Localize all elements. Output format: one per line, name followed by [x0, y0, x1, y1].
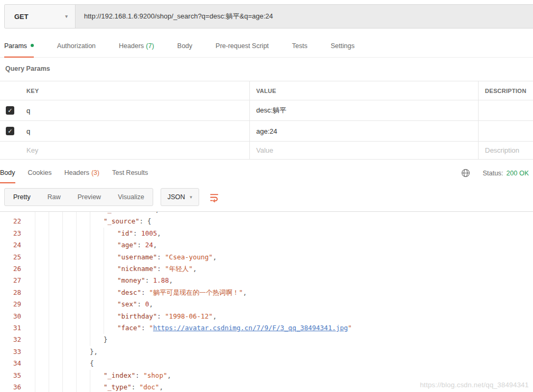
indent-guide: [76, 263, 90, 275]
view-mode-raw[interactable]: Raw: [39, 189, 69, 206]
line-number: 28: [0, 287, 21, 298]
code-line: 30"birthday": "1998-06-12",: [0, 311, 533, 322]
line-number: 31: [0, 322, 21, 334]
json-token: },: [90, 348, 98, 356]
json-token: 1005: [141, 229, 157, 237]
key-input[interactable]: Key: [20, 142, 249, 159]
param-rows: ✓qdesc:躺平✓qage:24: [0, 100, 533, 142]
request-tab-tests[interactable]: Tests: [292, 42, 307, 57]
wrap-text-icon[interactable]: [209, 192, 220, 203]
param-description-cell[interactable]: [478, 100, 533, 120]
indent-guide: [62, 216, 76, 227]
column-header-description: DESCRIPTION: [478, 81, 533, 100]
view-mode-preview[interactable]: Preview: [69, 189, 109, 206]
indent-guide: [35, 334, 49, 346]
json-token: :: [141, 324, 149, 332]
indent-guide: [90, 370, 104, 381]
json-token: "_score": [104, 211, 135, 213]
line-number: 30: [0, 311, 21, 322]
line-content: "birthday": "1998-06-12",: [21, 311, 217, 322]
request-tab-authorization[interactable]: Authorization: [57, 42, 96, 57]
request-tab-body[interactable]: Body: [177, 42, 193, 57]
json-token: ,: [159, 383, 163, 391]
code-line: 29"sex": 0,: [0, 298, 533, 310]
json-token: ,: [167, 371, 171, 379]
indent-guide: [35, 228, 49, 239]
indent-guide: [62, 275, 76, 286]
param-value-cell[interactable]: desc:躺平: [249, 100, 478, 120]
description-input[interactable]: Description: [478, 142, 533, 159]
code-line: 22"_source": {: [0, 216, 533, 227]
indent-guide: [49, 311, 62, 322]
view-mode-pretty[interactable]: Pretty: [5, 189, 39, 206]
code-line: 31"face": "https://avatar.csdnimg.cn/7/9…: [0, 322, 533, 334]
value-input[interactable]: Value: [249, 142, 478, 159]
param-checkbox-cell: ✓: [0, 121, 20, 141]
json-token: ,: [169, 276, 173, 284]
code-line: 28"desc": "躺平可是现在的一个热词啊！",: [0, 287, 533, 298]
json-token: "_type": [104, 383, 132, 391]
indent-guide: [35, 358, 49, 369]
indent-guide: [104, 298, 117, 310]
watermark: https://blog.csdn.net/qq_38494341: [420, 381, 529, 389]
response-tab-cookies[interactable]: Cookies: [28, 169, 52, 183]
url-input[interactable]: http://192.168.1.6:9200/shop/_search?q=d…: [76, 5, 533, 28]
indent-guide: [35, 216, 49, 227]
param-checkbox[interactable]: ✓: [6, 127, 14, 135]
line-content: "id": 1005,: [21, 228, 161, 239]
indent-guide: [76, 358, 90, 369]
json-token: 24: [145, 241, 153, 249]
tab-label: Settings: [331, 42, 354, 50]
json-token: ,: [243, 288, 247, 296]
indent-guide: [90, 298, 104, 310]
param-description-cell[interactable]: [478, 121, 533, 141]
code-line: 33},: [0, 346, 533, 358]
url-bar: GET ▾ http://192.168.1.6:9200/shop/_sear…: [4, 4, 533, 29]
indent-guide: [76, 346, 90, 358]
indent-guide: [49, 298, 62, 310]
table-row: ✓qage:24: [0, 121, 533, 142]
param-value-cell[interactable]: age:24: [249, 121, 478, 141]
json-token: :: [157, 265, 165, 273]
request-tabs: ParamsAuthorizationHeaders(7)BodyPre-req…: [4, 42, 533, 57]
param-checkbox[interactable]: ✓: [6, 106, 14, 115]
line-content: "_type": "doc",: [21, 381, 163, 392]
line-content: {: [21, 358, 94, 369]
response-tab-headers[interactable]: Headers(3): [64, 169, 100, 183]
json-token: :: [135, 211, 143, 213]
json-token: "age": [117, 241, 137, 249]
json-token: "username": [117, 253, 157, 261]
indent-guide: [90, 228, 104, 239]
request-tab-params[interactable]: Params: [4, 42, 34, 57]
line-content: "_index": "shop",: [21, 370, 171, 381]
json-token: 1.0: [143, 211, 155, 213]
indent-guide: [76, 211, 90, 216]
view-mode-visualize[interactable]: Visualize: [109, 189, 153, 206]
param-key-cell[interactable]: q: [20, 121, 249, 141]
line-content: "age": 24,: [21, 239, 157, 251]
param-key-cell[interactable]: q: [20, 100, 249, 120]
response-tab-body[interactable]: Body: [0, 169, 15, 183]
tab-label: Body: [0, 169, 15, 176]
request-tab-pre-request-script[interactable]: Pre-request Script: [216, 42, 269, 57]
json-token: "_source": [104, 217, 139, 225]
status-label: Status:: [483, 170, 503, 177]
method-select[interactable]: GET ▾: [5, 5, 76, 28]
line-number: 29: [0, 298, 21, 310]
indent-guide: [49, 239, 62, 251]
status-badge: 200 OK: [507, 170, 529, 177]
format-select[interactable]: JSON ▾: [161, 188, 199, 206]
request-tab-settings[interactable]: Settings: [331, 42, 354, 57]
line-content: "desc": "躺平可是现在的一个热词啊！",: [21, 287, 247, 298]
indent-guide: [76, 311, 90, 322]
request-tab-headers[interactable]: Headers(7): [119, 42, 154, 57]
indent-guide: [76, 334, 90, 346]
response-tab-test-results[interactable]: Test Results: [112, 169, 148, 183]
line-content: "sex": 0,: [21, 298, 153, 310]
line-number: 27: [0, 275, 21, 286]
chevron-down-icon: ▾: [190, 194, 192, 200]
globe-icon[interactable]: [461, 169, 470, 178]
tab-label: Headers: [64, 169, 89, 176]
request-tabs-bar: ParamsAuthorizationHeaders(7)BodyPre-req…: [0, 29, 533, 58]
line-content: }: [21, 334, 108, 346]
